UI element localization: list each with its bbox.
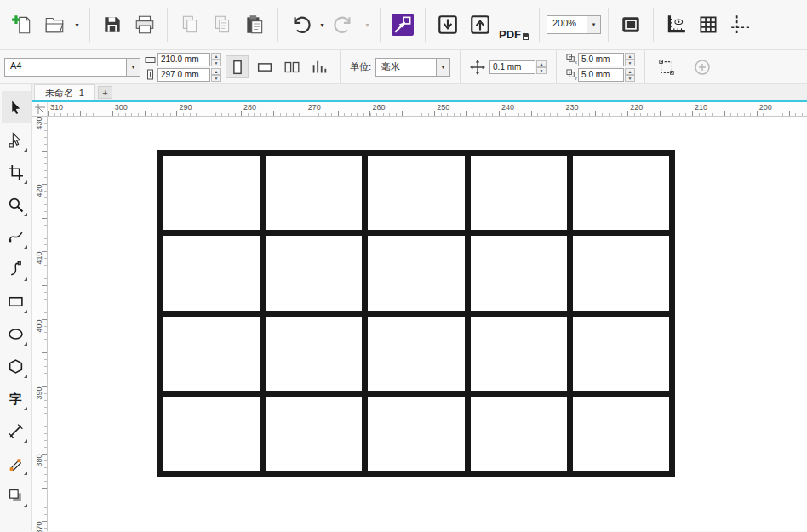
units-combobox[interactable]: 毫米 ▾ [375,58,450,77]
pick-tool[interactable] [2,91,31,123]
open-button[interactable] [39,9,70,41]
grid-cell [573,156,669,230]
chevron-down-icon[interactable]: ▾ [436,59,449,76]
v-ruler-label: 420 [35,184,43,197]
new-document-icon [11,14,33,36]
grid-cell [163,236,260,310]
undo-button[interactable] [284,9,315,41]
canvas[interactable] [48,117,807,531]
grid-cell [368,397,464,471]
treat-as-filled-button[interactable] [655,55,678,78]
new-document-button[interactable] [7,9,37,41]
step-down-button[interactable]: ▼ [211,60,221,66]
import-button[interactable] [432,9,463,41]
pdf-label: PDF [499,28,521,41]
separator [340,50,341,84]
import-icon [437,14,459,36]
copy-button[interactable] [207,9,238,41]
print-button[interactable] [129,9,160,41]
separator [653,8,654,42]
step-up-button[interactable]: ▲ [211,53,221,60]
show-rulers-button[interactable] [661,9,691,41]
grid-cell [573,236,669,310]
h-ruler-label: 260 [372,103,385,112]
crop-tool-icon [8,164,24,180]
landscape-button[interactable] [253,55,276,78]
open-dropdown-caret[interactable]: ▾ [72,9,83,41]
standard-toolbar: ▾ ▾ ▾ [0,0,807,50]
step-up-button[interactable]: ▲ [625,68,635,75]
apply-current-page-button[interactable] [307,55,330,78]
zoom-tool[interactable] [2,188,31,220]
shadow-tool[interactable] [2,479,31,512]
undo-icon [289,14,311,36]
freehand-tool[interactable] [2,220,31,253]
shape-tool[interactable] [2,123,31,156]
vertical-ruler[interactable]: 430420410400390380370 [32,117,48,531]
options-circle-icon[interactable] [694,59,711,76]
full-screen-preview-button[interactable] [615,9,646,41]
grid-cell [266,236,362,310]
text-tool[interactable]: 字 [2,382,31,415]
portrait-button[interactable] [226,55,249,78]
page-width-field[interactable] [157,53,210,66]
step-up-button[interactable]: ▲ [536,60,547,67]
export-button[interactable] [465,9,495,41]
grid-cell [368,236,464,310]
document-tab[interactable]: 未命名 -1 [34,84,95,100]
undo-dropdown-caret[interactable]: ▾ [317,9,328,41]
publish-pdf-button[interactable]: PDF [497,9,532,41]
pen-tool[interactable] [2,447,31,479]
show-guidelines-button[interactable] [725,9,756,41]
v-ruler-label: 370 [35,521,43,532]
separator [556,50,557,84]
ellipse-tool[interactable] [2,317,31,350]
step-up-button[interactable]: ▲ [625,53,635,60]
duplicate-y-stepper: ▲ ▼ [625,68,635,82]
duplicate-y-field[interactable] [578,68,624,82]
open-folder-icon [43,14,66,36]
step-down-button[interactable]: ▼ [211,75,221,82]
step-down-button[interactable]: ▼ [625,60,635,66]
page-height-field[interactable] [157,68,210,82]
bezier-tool[interactable] [2,253,31,285]
h-ruler-label: 300 [115,103,128,112]
duplicate-x-field[interactable] [578,53,624,66]
rectangle-tool[interactable] [2,285,31,317]
new-page-button[interactable]: + [98,86,112,99]
h-ruler-label: 210 [695,103,707,112]
chevron-down-icon[interactable]: ▾ [587,16,600,33]
redo-dropdown-caret[interactable]: ▾ [362,9,373,41]
zoom-tool-icon [8,197,24,213]
dimension-tool[interactable] [2,415,31,447]
grid-cell [368,156,464,230]
step-down-button[interactable]: ▼ [625,75,635,82]
snap-toggle-button[interactable] [387,9,418,41]
step-up-button[interactable]: ▲ [211,68,221,75]
grid-cell [368,317,464,391]
crop-tool[interactable] [2,156,31,188]
grid-cell [471,317,567,391]
polygon-tool[interactable] [2,350,31,382]
zoom-level-combobox[interactable]: 200% ▾ [547,15,601,34]
horizontal-ruler[interactable]: 310300290280270260250240230220210200 [48,102,807,116]
nudge-distance-field[interactable] [489,60,535,74]
v-ruler-label: 430 [35,117,43,130]
guidelines-icon [730,14,752,36]
cut-button[interactable] [175,9,205,41]
chevron-down-icon[interactable]: ▾ [126,59,140,76]
apply-all-pages-button[interactable] [280,55,303,78]
redo-button[interactable] [329,9,360,41]
step-down-button[interactable]: ▼ [536,67,547,74]
v-ruler-label: 400 [35,319,43,333]
paste-button[interactable] [239,9,270,41]
redo-icon [334,14,356,36]
grid-object[interactable] [157,150,675,477]
print-icon [134,14,156,36]
ruler-origin[interactable] [32,102,48,116]
show-grid-button[interactable] [693,9,724,41]
save-button[interactable] [97,9,128,41]
page-size-combobox[interactable]: A4 ▾ [4,58,140,77]
grid-icon [697,14,719,36]
export-icon [469,14,491,36]
